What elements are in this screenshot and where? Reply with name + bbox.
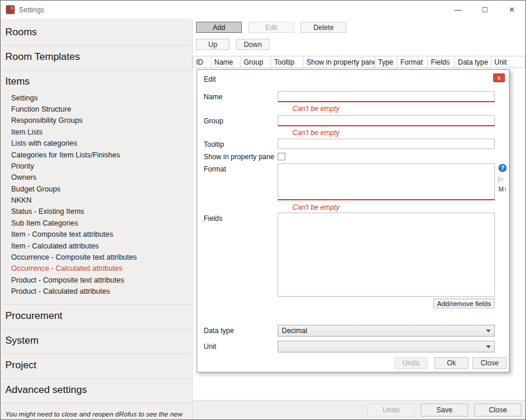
- sidebar-item[interactable]: Lists with categories: [5, 138, 186, 149]
- m-up-icon[interactable]: M↑: [498, 186, 507, 193]
- window-title: Settings: [19, 6, 44, 14]
- sidebar-item[interactable]: Sub Item Categories: [5, 217, 186, 229]
- sidebar-item[interactable]: Priority: [5, 160, 186, 172]
- unit-select[interactable]: [278, 341, 495, 352]
- chevron-down-icon: [486, 330, 491, 332]
- help-icon[interactable]: ?: [498, 164, 507, 172]
- add-remove-fields-button[interactable]: Add/remove fields: [433, 298, 495, 308]
- toolbar: Add Edit Delete Up Down: [193, 19, 525, 50]
- edit-dialog-title: Edit: [204, 75, 216, 83]
- column-header-type[interactable]: Type: [375, 56, 397, 68]
- fields-label: Fields: [204, 214, 222, 223]
- edit-dialog: Edit x Name Can't be empty Group Can't b…: [197, 69, 510, 372]
- window-controls: — ☐ ✕: [444, 1, 525, 19]
- unit-label: Unit: [204, 342, 216, 351]
- sidebar-item[interactable]: Item - Calculated attributes: [5, 240, 186, 251]
- sidebar-item[interactable]: Item - Composite text attributes: [5, 229, 186, 240]
- edit-button[interactable]: Edit: [248, 22, 294, 33]
- undo-button[interactable]: Undo: [367, 404, 414, 416]
- name-label: Name: [204, 93, 222, 101]
- sidebar-section-system[interactable]: System: [5, 335, 186, 347]
- sidebar-section-rooms[interactable]: Rooms: [5, 26, 186, 38]
- add-button[interactable]: Add: [196, 22, 242, 33]
- settings-window: Settings — ☐ ✕ Rooms Room Templates Item…: [0, 0, 526, 420]
- sidebar-section-advanced-settings[interactable]: Advanced settings: [5, 384, 186, 396]
- tooltip-label: Tooltip: [204, 140, 224, 149]
- close-button[interactable]: Close: [474, 404, 521, 416]
- app-icon: [6, 5, 15, 14]
- sidebar-item[interactable]: NKKN: [5, 194, 186, 206]
- sidebar-section-procurement[interactable]: Procurement: [5, 310, 186, 322]
- attributes-table-header: ID Name Group Tooltip Show in property p…: [193, 56, 525, 68]
- format-label: Format: [204, 165, 226, 173]
- delete-button[interactable]: Delete: [301, 22, 346, 33]
- fields-field[interactable]: [278, 213, 495, 297]
- column-header-name[interactable]: Name: [211, 56, 241, 68]
- dialog-undo-button[interactable]: Undo: [394, 357, 428, 369]
- sidebar-item[interactable]: Responsibility Groups: [5, 115, 186, 126]
- down-button[interactable]: Down: [236, 39, 269, 50]
- show-in-property-pane-label: Show in property pane: [204, 153, 274, 161]
- close-window-button[interactable]: ✕: [498, 1, 525, 19]
- footer: Undo Save Close: [193, 400, 525, 419]
- maximize-button[interactable]: ☐: [471, 1, 498, 19]
- column-header-fields[interactable]: Fields: [428, 56, 455, 68]
- dialog-ok-button[interactable]: Ok: [434, 357, 468, 369]
- sidebar-item-selected[interactable]: Occurrence - Calculated attributes: [5, 263, 186, 274]
- save-button[interactable]: Save: [421, 404, 468, 416]
- column-header-show-in-property-pane[interactable]: Show in property pane: [304, 56, 375, 68]
- items-sub-list: Settings Function Structure Responsibili…: [5, 92, 186, 297]
- sidebar-item[interactable]: Product - Calculated attributes: [5, 285, 186, 297]
- minimize-button[interactable]: —: [444, 1, 471, 19]
- sidebar-section-items[interactable]: Items: [5, 76, 186, 88]
- sidebar-item[interactable]: Function Structure: [5, 103, 186, 115]
- chevron-down-icon: [486, 345, 491, 348]
- name-field[interactable]: [278, 91, 495, 102]
- data-type-value: Decimal: [282, 327, 307, 335]
- name-error: Can't be empty: [292, 105, 339, 113]
- sidebar: Rooms Room Templates Items Settings Func…: [1, 19, 193, 419]
- column-header-unit[interactable]: Unit: [491, 56, 525, 68]
- play-icon[interactable]: ▷: [498, 175, 503, 183]
- sidebar-item[interactable]: Occurrence - Composite text attributes: [5, 251, 186, 263]
- sidebar-item[interactable]: Settings: [5, 92, 186, 103]
- main-panel: Add Edit Delete Up Down ID Name Group To…: [193, 19, 525, 419]
- column-header-id[interactable]: ID: [193, 56, 211, 68]
- column-header-tooltip[interactable]: Tooltip: [271, 56, 304, 68]
- dialog-close-icon[interactable]: x: [493, 73, 505, 82]
- format-field[interactable]: [278, 163, 495, 200]
- sidebar-item[interactable]: Status - Existing Items: [5, 206, 186, 217]
- show-in-property-pane-checkbox[interactable]: [278, 153, 285, 160]
- column-header-data-type[interactable]: Data type: [455, 56, 491, 68]
- up-button[interactable]: Up: [196, 39, 230, 50]
- data-type-select[interactable]: Decimal: [278, 325, 495, 337]
- sidebar-item[interactable]: Product - Composite text attributes: [5, 274, 186, 285]
- sidebar-section-room-templates[interactable]: Room Templates: [5, 51, 186, 63]
- sidebar-item[interactable]: Categories for Item Lists/Finishes: [5, 149, 186, 160]
- column-header-group[interactable]: Group: [241, 56, 271, 68]
- sidebar-note: You might need to close and reopen dRofu…: [1, 404, 192, 419]
- group-error: Can't be empty: [292, 129, 339, 137]
- sidebar-section-project[interactable]: Project: [5, 359, 186, 371]
- data-type-label: Data type: [204, 327, 234, 335]
- dialog-close-button[interactable]: Close: [473, 357, 507, 369]
- format-error: Can't be empty: [292, 203, 339, 211]
- group-label: Group: [204, 117, 223, 125]
- sidebar-item[interactable]: Budget Groups: [5, 183, 186, 194]
- titlebar: Settings — ☐ ✕: [1, 1, 525, 19]
- sidebar-item[interactable]: Item Lists: [5, 126, 186, 137]
- tooltip-field[interactable]: [278, 139, 495, 149]
- sidebar-item[interactable]: Owners: [5, 172, 186, 183]
- column-header-format[interactable]: Format: [397, 56, 428, 68]
- group-field[interactable]: [278, 115, 495, 126]
